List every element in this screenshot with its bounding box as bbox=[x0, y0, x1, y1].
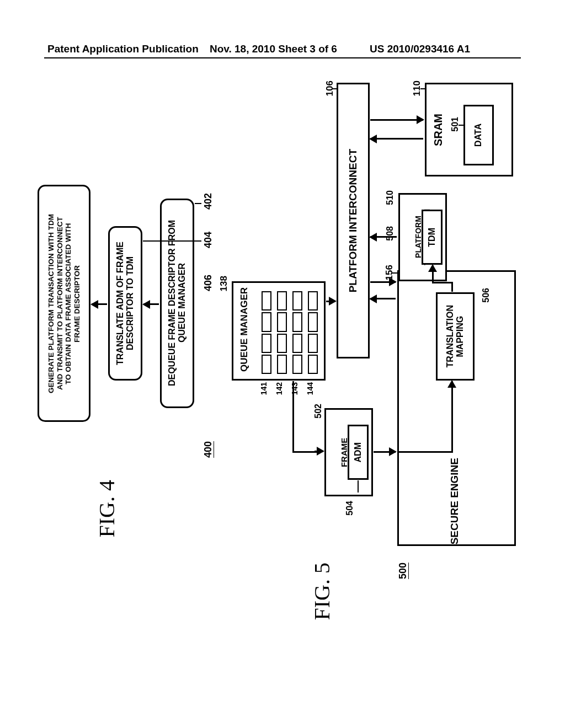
translation-mapping: TRANSLATION MAPPING bbox=[436, 292, 475, 381]
page: Patent Application Publication Nov. 18, … bbox=[0, 0, 565, 728]
qcell bbox=[277, 334, 287, 353]
step-406b-text: GENERATE PLATFORM TRANSACTION WITH TDM A… bbox=[47, 214, 81, 393]
arrow-ic-se-2 bbox=[370, 298, 396, 299]
lead-501 bbox=[459, 125, 464, 126]
fig4-caption: FIG. 4 bbox=[94, 480, 120, 537]
arrow-fd-se bbox=[374, 451, 396, 453]
ref-508: 508 bbox=[385, 226, 395, 241]
arrow-qm-ic bbox=[326, 301, 335, 302]
path-se-v bbox=[451, 381, 453, 452]
path-qm-fd-v bbox=[292, 381, 294, 453]
step-406b: GENERATE PLATFORM TRANSACTION WITH TDM A… bbox=[38, 185, 90, 422]
qcell bbox=[262, 355, 271, 374]
arrow-a bbox=[143, 303, 159, 305]
sram-label: SRAM bbox=[432, 114, 445, 146]
lead-156 bbox=[392, 272, 398, 274]
ref-144: 144 bbox=[306, 382, 315, 395]
ref-402b: 402 bbox=[202, 193, 214, 210]
qcell bbox=[292, 334, 302, 353]
qcell bbox=[308, 334, 318, 353]
step-404b-text: TRANSLATE ADM OF FRAME DESCRIPTOR TO TDM bbox=[115, 242, 136, 365]
qcell bbox=[292, 355, 302, 374]
arrow-into-mapping bbox=[451, 381, 453, 382]
qcell bbox=[262, 334, 271, 353]
qcell bbox=[308, 355, 318, 374]
queue-grid bbox=[262, 291, 322, 374]
queue-manager-label: QUEUE MANAGER bbox=[239, 287, 250, 372]
qcell bbox=[277, 291, 287, 311]
qcell bbox=[277, 355, 287, 374]
adm-label: ADM bbox=[353, 442, 363, 462]
ref-143: 143 bbox=[290, 382, 299, 395]
lead-106 bbox=[332, 88, 338, 89]
tdm-block: TDM bbox=[422, 210, 443, 265]
figure-5: SRAM 110 DATA 501 PLATFORM INTERCONNECT … bbox=[232, 83, 519, 656]
ref-400: 400 bbox=[202, 441, 214, 458]
figure-4-layout: DEQUEUE FRAME DESCRIPTOR FROM QUEUE MANA… bbox=[50, 182, 226, 662]
path-tm-tdm-h bbox=[432, 282, 453, 283]
adm-block: ADM bbox=[348, 425, 369, 480]
fig5-caption: FIG. 5 bbox=[309, 563, 335, 620]
arrow-tm-tdm bbox=[432, 265, 434, 282]
step-404b: TRANSLATE ADM OF FRAME DESCRIPTOR TO TDM bbox=[108, 226, 142, 381]
lead-402b bbox=[195, 203, 201, 204]
secure-engine-label: SECURE ENGINE bbox=[449, 458, 461, 544]
ref-502: 502 bbox=[313, 404, 323, 419]
ref-500: 500 bbox=[397, 563, 409, 579]
step-402b-text: DEQUEUE FRAME DESCRIPTOR FROM QUEUE MANA… bbox=[167, 220, 188, 386]
ref-504: 504 bbox=[345, 501, 355, 516]
hdr-left: Patent Application Publication bbox=[47, 43, 199, 55]
qcell bbox=[262, 291, 271, 311]
lead-110 bbox=[420, 88, 426, 89]
ref-141: 141 bbox=[259, 382, 268, 395]
arrow-b bbox=[92, 303, 107, 305]
ref-404b: 404 bbox=[202, 232, 214, 248]
path-qm-fd-h bbox=[292, 451, 317, 453]
qcell bbox=[277, 312, 287, 331]
arrow-ic-se-1 bbox=[370, 281, 396, 283]
platform-interconnect-label: PLATFORM INTERCONNECT bbox=[347, 149, 359, 292]
qcell bbox=[292, 312, 302, 331]
arrow-pt-ic bbox=[370, 236, 397, 238]
ref-506: 506 bbox=[481, 288, 491, 303]
hdr-mid: Nov. 18, 2010 Sheet 3 of 6 bbox=[210, 43, 337, 55]
lead-504 bbox=[358, 480, 359, 493]
hdr-pubnum: US 2010/0293416 A1 bbox=[370, 43, 470, 55]
arrow-ic-sram-1 bbox=[370, 119, 423, 121]
arrow-qm-fd bbox=[315, 451, 323, 452]
qcell bbox=[308, 312, 318, 331]
step-402b: DEQUEUE FRAME DESCRIPTOR FROM QUEUE MANA… bbox=[160, 199, 194, 408]
arrow-ic-sram-2 bbox=[370, 138, 423, 140]
qcell bbox=[292, 291, 302, 311]
ref-138: 138 bbox=[218, 276, 230, 291]
sram-data-label: DATA bbox=[473, 124, 483, 147]
platform-interconnect: PLATFORM INTERCONNECT bbox=[337, 83, 370, 358]
sram-data-block: DATA bbox=[463, 105, 494, 165]
qcell bbox=[308, 291, 318, 311]
translation-mapping-label: TRANSLATION MAPPING bbox=[445, 305, 466, 367]
path-se-h bbox=[398, 451, 453, 453]
ref-406b: 406 bbox=[202, 275, 214, 291]
ref-510: 510 bbox=[385, 190, 395, 205]
tdm-label: TDM bbox=[427, 228, 437, 247]
lead-404b bbox=[143, 240, 201, 242]
header-rule bbox=[44, 57, 521, 58]
qcell bbox=[262, 312, 271, 331]
ref-142: 142 bbox=[275, 382, 284, 395]
